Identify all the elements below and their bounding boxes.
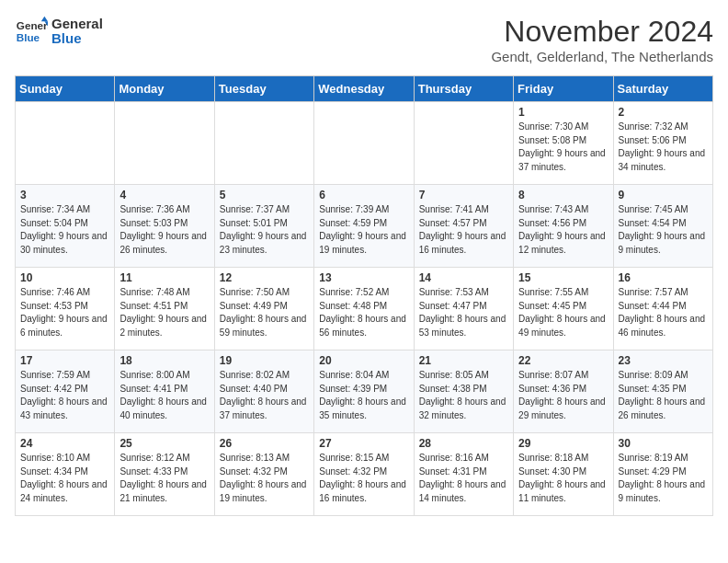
day-info: Sunrise: 8:18 AM Sunset: 4:30 PM Dayligh… <box>518 452 608 505</box>
calendar-cell: 18Sunrise: 8:00 AM Sunset: 4:41 PM Dayli… <box>115 350 214 433</box>
calendar-cell: 8Sunrise: 7:43 AM Sunset: 4:56 PM Daylig… <box>514 185 613 268</box>
day-number: 18 <box>119 354 209 367</box>
day-number: 13 <box>319 271 408 284</box>
calendar-cell: 3Sunrise: 7:34 AM Sunset: 5:04 PM Daylig… <box>16 185 115 268</box>
day-info: Sunrise: 8:12 AM Sunset: 4:33 PM Dayligh… <box>119 452 209 505</box>
day-info: Sunrise: 8:13 AM Sunset: 4:32 PM Dayligh… <box>220 452 309 505</box>
day-number: 29 <box>518 437 608 450</box>
day-info: Sunrise: 7:34 AM Sunset: 5:04 PM Dayligh… <box>20 203 109 257</box>
calendar-week-3: 10Sunrise: 7:46 AM Sunset: 4:53 PM Dayli… <box>16 268 713 350</box>
calendar-cell: 26Sunrise: 8:13 AM Sunset: 4:32 PM Dayli… <box>214 433 313 516</box>
day-number: 22 <box>518 354 608 367</box>
logo-icon: General Blue <box>15 15 48 48</box>
day-info: Sunrise: 8:10 AM Sunset: 4:34 PM Dayligh… <box>20 452 109 505</box>
day-info: Sunrise: 8:00 AM Sunset: 4:41 PM Dayligh… <box>119 369 209 422</box>
day-info: Sunrise: 7:36 AM Sunset: 5:03 PM Dayligh… <box>119 203 209 257</box>
day-number: 30 <box>619 437 708 450</box>
calendar-cell: 21Sunrise: 8:05 AM Sunset: 4:38 PM Dayli… <box>414 350 513 433</box>
calendar-cell: 7Sunrise: 7:41 AM Sunset: 4:57 PM Daylig… <box>414 185 513 268</box>
calendar-cell: 16Sunrise: 7:57 AM Sunset: 4:44 PM Dayli… <box>613 268 712 350</box>
weekday-header-thursday: Thursday <box>414 76 513 102</box>
day-number: 17 <box>20 354 109 367</box>
calendar-cell: 29Sunrise: 8:18 AM Sunset: 4:30 PM Dayli… <box>514 433 613 516</box>
calendar-body: 1Sunrise: 7:30 AM Sunset: 5:08 PM Daylig… <box>16 102 713 516</box>
day-info: Sunrise: 7:30 AM Sunset: 5:08 PM Dayligh… <box>518 121 608 174</box>
calendar-cell: 1Sunrise: 7:30 AM Sunset: 5:08 PM Daylig… <box>514 102 613 185</box>
day-info: Sunrise: 7:39 AM Sunset: 4:59 PM Dayligh… <box>319 203 408 257</box>
calendar-week-5: 24Sunrise: 8:10 AM Sunset: 4:34 PM Dayli… <box>16 433 713 516</box>
day-number: 24 <box>20 437 109 450</box>
day-info: Sunrise: 8:19 AM Sunset: 4:29 PM Dayligh… <box>619 452 708 505</box>
weekday-header-friday: Friday <box>514 76 613 102</box>
calendar-cell <box>414 102 513 185</box>
calendar-cell: 19Sunrise: 8:02 AM Sunset: 4:40 PM Dayli… <box>214 350 313 433</box>
day-info: Sunrise: 7:50 AM Sunset: 4:49 PM Dayligh… <box>220 286 309 339</box>
calendar-cell: 22Sunrise: 8:07 AM Sunset: 4:36 PM Dayli… <box>514 350 613 433</box>
day-info: Sunrise: 7:37 AM Sunset: 5:01 PM Dayligh… <box>220 203 309 257</box>
day-number: 11 <box>119 271 209 284</box>
day-number: 12 <box>220 271 309 284</box>
weekday-header-tuesday: Tuesday <box>214 76 313 102</box>
day-info: Sunrise: 7:53 AM Sunset: 4:47 PM Dayligh… <box>419 286 508 339</box>
day-info: Sunrise: 8:07 AM Sunset: 4:36 PM Dayligh… <box>518 369 608 422</box>
calendar-cell: 17Sunrise: 7:59 AM Sunset: 4:42 PM Dayli… <box>16 350 115 433</box>
day-number: 6 <box>319 189 408 201</box>
calendar-cell <box>115 102 214 185</box>
calendar-week-4: 17Sunrise: 7:59 AM Sunset: 4:42 PM Dayli… <box>16 350 713 433</box>
day-number: 21 <box>419 354 508 367</box>
calendar-cell: 10Sunrise: 7:46 AM Sunset: 4:53 PM Dayli… <box>16 268 115 350</box>
calendar-cell: 9Sunrise: 7:45 AM Sunset: 4:54 PM Daylig… <box>613 185 712 268</box>
day-number: 3 <box>20 189 109 201</box>
calendar-cell: 13Sunrise: 7:52 AM Sunset: 4:48 PM Dayli… <box>314 268 414 350</box>
day-number: 19 <box>220 354 309 367</box>
day-number: 15 <box>518 271 608 284</box>
day-info: Sunrise: 7:43 AM Sunset: 4:56 PM Dayligh… <box>518 203 608 257</box>
weekday-header-wednesday: Wednesday <box>314 76 414 102</box>
day-number: 5 <box>220 189 309 201</box>
day-number: 16 <box>619 271 708 284</box>
weekday-header-sunday: Sunday <box>16 76 115 102</box>
calendar-cell: 30Sunrise: 8:19 AM Sunset: 4:29 PM Dayli… <box>613 433 712 516</box>
page-header: General Blue General Blue November 2024 … <box>15 15 713 64</box>
calendar-cell: 23Sunrise: 8:09 AM Sunset: 4:35 PM Dayli… <box>613 350 712 433</box>
calendar-cell <box>16 102 115 185</box>
day-info: Sunrise: 7:46 AM Sunset: 4:53 PM Dayligh… <box>20 286 109 339</box>
day-info: Sunrise: 8:09 AM Sunset: 4:35 PM Dayligh… <box>619 369 708 422</box>
weekday-header-monday: Monday <box>115 76 214 102</box>
calendar-cell: 15Sunrise: 7:55 AM Sunset: 4:45 PM Dayli… <box>514 268 613 350</box>
logo-blue: Blue <box>51 31 103 47</box>
day-number: 4 <box>119 189 209 201</box>
calendar-cell: 2Sunrise: 7:32 AM Sunset: 5:06 PM Daylig… <box>613 102 712 185</box>
day-info: Sunrise: 7:57 AM Sunset: 4:44 PM Dayligh… <box>619 286 708 339</box>
calendar-week-1: 1Sunrise: 7:30 AM Sunset: 5:08 PM Daylig… <box>16 102 713 185</box>
day-info: Sunrise: 8:15 AM Sunset: 4:32 PM Dayligh… <box>319 452 408 505</box>
day-number: 28 <box>419 437 508 450</box>
day-number: 23 <box>619 354 708 367</box>
calendar-table: SundayMondayTuesdayWednesdayThursdayFrid… <box>15 75 713 516</box>
day-number: 1 <box>518 106 608 119</box>
day-info: Sunrise: 7:52 AM Sunset: 4:48 PM Dayligh… <box>319 286 408 339</box>
day-info: Sunrise: 7:32 AM Sunset: 5:06 PM Dayligh… <box>619 121 708 174</box>
day-info: Sunrise: 7:55 AM Sunset: 4:45 PM Dayligh… <box>518 286 608 339</box>
calendar-cell: 12Sunrise: 7:50 AM Sunset: 4:49 PM Dayli… <box>214 268 313 350</box>
day-number: 10 <box>20 271 109 284</box>
day-number: 8 <box>518 189 608 201</box>
calendar-cell: 20Sunrise: 8:04 AM Sunset: 4:39 PM Dayli… <box>314 350 414 433</box>
title-area: November 2024 Gendt, Gelderland, The Net… <box>491 15 713 64</box>
day-number: 25 <box>119 437 209 450</box>
logo-general: General <box>51 17 103 32</box>
day-number: 7 <box>419 189 508 201</box>
calendar-cell: 11Sunrise: 7:48 AM Sunset: 4:51 PM Dayli… <box>115 268 214 350</box>
calendar-cell <box>214 102 313 185</box>
day-info: Sunrise: 8:16 AM Sunset: 4:31 PM Dayligh… <box>419 452 508 505</box>
day-info: Sunrise: 8:02 AM Sunset: 4:40 PM Dayligh… <box>220 369 309 422</box>
calendar-cell: 5Sunrise: 7:37 AM Sunset: 5:01 PM Daylig… <box>214 185 313 268</box>
calendar-cell: 25Sunrise: 8:12 AM Sunset: 4:33 PM Dayli… <box>115 433 214 516</box>
weekday-header-saturday: Saturday <box>613 76 712 102</box>
day-number: 26 <box>220 437 309 450</box>
day-number: 14 <box>419 271 508 284</box>
calendar-week-2: 3Sunrise: 7:34 AM Sunset: 5:04 PM Daylig… <box>16 185 713 268</box>
day-info: Sunrise: 8:05 AM Sunset: 4:38 PM Dayligh… <box>419 369 508 422</box>
calendar-cell: 27Sunrise: 8:15 AM Sunset: 4:32 PM Dayli… <box>314 433 414 516</box>
calendar-cell: 14Sunrise: 7:53 AM Sunset: 4:47 PM Dayli… <box>414 268 513 350</box>
